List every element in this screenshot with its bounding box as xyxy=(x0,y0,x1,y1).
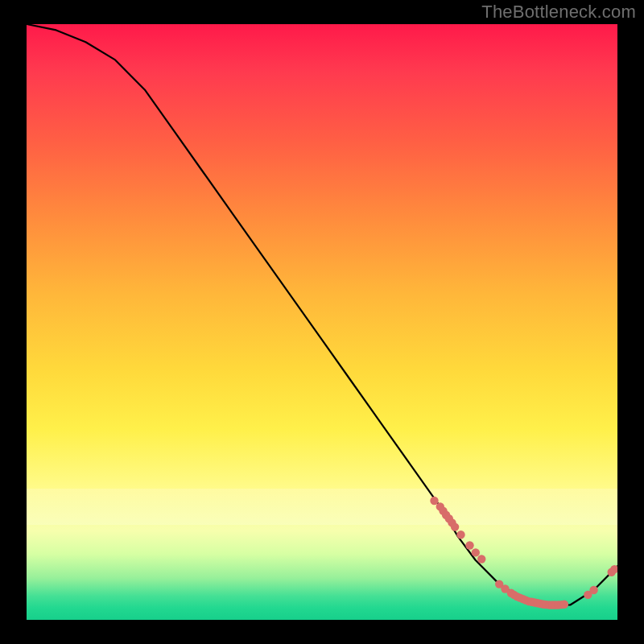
data-dot xyxy=(477,555,485,563)
data-dot xyxy=(456,530,464,539)
curve-line xyxy=(27,24,617,605)
data-dots xyxy=(430,497,617,609)
data-dot xyxy=(589,586,597,594)
data-dot xyxy=(451,522,459,530)
chart-frame: TheBottleneck.com xyxy=(0,0,644,644)
watermark-text: TheBottleneck.com xyxy=(481,2,636,23)
chart-svg xyxy=(27,24,617,620)
data-dot xyxy=(465,541,473,549)
data-dot xyxy=(560,601,568,609)
plot-area xyxy=(27,24,617,620)
data-dot xyxy=(430,497,438,505)
data-dot xyxy=(472,548,480,556)
